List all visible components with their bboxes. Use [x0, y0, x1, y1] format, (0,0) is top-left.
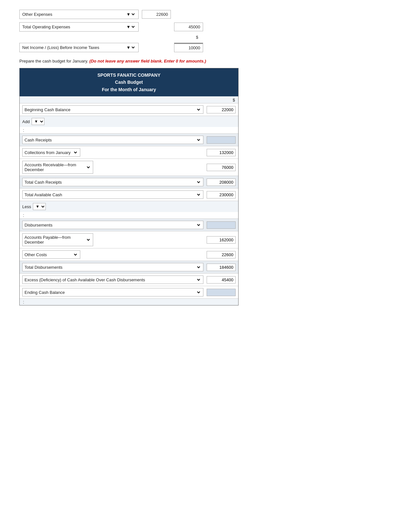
disbursements-value-cell: [203, 221, 236, 229]
ending-cash-label-box[interactable]: Ending Cash Balance ▼: [22, 288, 203, 296]
total-cash-receipts-label: Total Cash Receipts: [24, 180, 62, 185]
disbursements-label: Disbursements: [24, 223, 53, 227]
total-operating-value[interactable]: 45000: [174, 23, 203, 31]
add-dropdown[interactable]: ▼: [32, 118, 44, 125]
total-operating-label-box[interactable]: Total Operating Expenses ▼: [19, 22, 139, 32]
other-costs-dropdown[interactable]: ▼: [73, 252, 78, 257]
total-available-label-cell: Total Available Cash ▼: [22, 190, 203, 199]
total-available-dropdown[interactable]: ▼: [197, 192, 201, 197]
other-expenses-row: Other Expenses ▼ 22600: [19, 10, 392, 19]
total-cash-receipts-dropdown[interactable]: ▼: [197, 179, 201, 185]
total-disbursements-label-box[interactable]: Total Disbursements ▼: [22, 263, 203, 271]
excess-deficiency-dropdown[interactable]: ▼: [197, 277, 201, 282]
other-expenses-label-box[interactable]: Other Expenses ▼: [19, 10, 139, 19]
total-available-label-box[interactable]: Total Available Cash ▼: [22, 190, 203, 199]
beginning-cash-dropdown[interactable]: ▼: [197, 107, 201, 112]
ap-december-input[interactable]: [207, 236, 236, 244]
excess-deficiency-label: Excess (Deficiency) of Cash Available Ov…: [24, 277, 145, 282]
collections-input[interactable]: [207, 149, 236, 156]
ap-december-label-box[interactable]: Accounts Payable—from December ▼: [22, 233, 93, 246]
disbursements-dropdown[interactable]: ▼: [197, 222, 201, 227]
excess-deficiency-label-cell: Excess (Deficiency) of Cash Available Ov…: [22, 276, 203, 284]
cash-receipts-input[interactable]: [207, 136, 236, 144]
total-operating-label: Total Operating Expenses: [22, 24, 70, 29]
less-dropdown[interactable]: ▼: [33, 203, 46, 210]
total-operating-dropdown[interactable]: ▼: [125, 24, 136, 30]
net-income-label-box[interactable]: Net Income / (Loss) Before Income Taxes …: [19, 43, 139, 52]
net-income-value[interactable]: 10000: [174, 43, 203, 52]
dollar-sign: $: [171, 35, 200, 40]
total-disbursements-label: Total Disbursements: [24, 265, 63, 270]
total-disbursements-dropdown[interactable]: ▼: [197, 265, 201, 270]
total-disbursements-input[interactable]: [207, 264, 236, 271]
disbursements-row: Disbursements ▼: [20, 218, 238, 231]
beginning-cash-label-box[interactable]: Beginning Cash Balance ▼: [22, 105, 203, 114]
cash-receipts-dropdown[interactable]: ▼: [197, 137, 201, 142]
title-line1: SPORTS FANATIC COMPANY: [23, 72, 235, 79]
add-label-row: Add ▼: [20, 116, 238, 127]
disbursements-label-cell: Disbursements ▼: [22, 221, 203, 229]
excess-deficiency-label-box[interactable]: Excess (Deficiency) of Cash Available Ov…: [22, 276, 203, 284]
ar-december-label-cell: Accounts Receivable—from December ▼: [22, 161, 203, 174]
total-disbursements-value-cell: [203, 264, 236, 271]
colon-row-1: :: [20, 127, 238, 133]
ar-december-row: Accounts Receivable—from December ▼: [20, 159, 238, 176]
other-expenses-value[interactable]: 22600: [142, 10, 171, 19]
other-costs-label: Other Costs: [24, 252, 47, 257]
colon-row-3: :: [20, 298, 238, 305]
dollar-column-header: $: [20, 96, 238, 103]
add-sub-label: Add ▼: [22, 118, 44, 125]
ending-cash-row: Ending Cash Balance ▼: [20, 286, 238, 298]
collections-label-box[interactable]: Collections from January ▼: [22, 148, 80, 157]
total-cash-receipts-label-cell: Total Cash Receipts ▼: [22, 178, 203, 186]
add-text: Add: [22, 119, 30, 124]
cash-budget-header: SPORTS FANATIC COMPANY Cash Budget For t…: [20, 68, 238, 96]
other-costs-value-cell: [203, 251, 236, 258]
ar-december-label-box[interactable]: Accounts Receivable—from December ▼: [22, 161, 93, 174]
collections-value-cell: [203, 149, 236, 156]
beginning-cash-label: Beginning Cash Balance: [24, 107, 70, 112]
other-costs-label-box[interactable]: Other Costs ▼: [22, 250, 80, 259]
cash-receipts-label-box[interactable]: Cash Receipts ▼: [22, 136, 203, 144]
top-section: Other Expenses ▼ 22600 Total Operating E…: [19, 10, 392, 52]
ending-cash-input[interactable]: [207, 289, 236, 296]
beginning-cash-label-cell: Beginning Cash Balance ▼: [22, 105, 203, 114]
total-operating-row: Total Operating Expenses ▼ 45000: [19, 22, 392, 32]
total-available-input[interactable]: [207, 191, 236, 198]
instruction-text: Prepare the cash budget for January. (Do…: [19, 59, 392, 63]
cash-receipts-row: Cash Receipts ▼: [20, 133, 238, 146]
collections-label: Collections from January: [24, 150, 71, 155]
excess-deficiency-input[interactable]: [207, 276, 236, 284]
collections-dropdown[interactable]: ▼: [73, 150, 78, 155]
other-costs-input[interactable]: [207, 251, 236, 258]
other-expenses-dropdown[interactable]: ▼: [125, 12, 136, 17]
ar-december-label: Accounts Receivable—from December: [24, 162, 86, 172]
ar-december-input[interactable]: [207, 164, 236, 171]
dollar-row: $: [19, 35, 392, 40]
ending-cash-dropdown[interactable]: ▼: [197, 290, 201, 295]
ending-cash-value-cell: [203, 289, 236, 296]
net-income-row: Net Income / (Loss) Before Income Taxes …: [19, 43, 392, 52]
total-cash-receipts-label-box[interactable]: Total Cash Receipts ▼: [22, 178, 203, 186]
cash-receipts-label: Cash Receipts: [24, 138, 52, 142]
net-income-label: Net Income / (Loss) Before Income Taxes: [22, 45, 99, 50]
disbursements-label-box[interactable]: Disbursements ▼: [22, 221, 203, 229]
disbursements-input[interactable]: [207, 221, 236, 229]
ap-december-label: Accounts Payable—from December: [24, 235, 86, 245]
beginning-cash-value-cell: [203, 106, 236, 113]
beginning-cash-row: Beginning Cash Balance ▼: [20, 103, 238, 116]
title-line3: For the Month of January: [23, 86, 235, 93]
total-cash-receipts-input[interactable]: [207, 179, 236, 186]
beginning-cash-input[interactable]: [207, 106, 236, 113]
collections-row: Collections from January ▼: [20, 146, 238, 159]
ap-december-value-cell: [203, 236, 236, 244]
total-available-label: Total Available Cash: [24, 192, 62, 197]
title-line2: Cash Budget: [23, 79, 235, 86]
total-disbursements-label-cell: Total Disbursements ▼: [22, 263, 203, 271]
ap-december-dropdown[interactable]: ▼: [86, 237, 91, 242]
ar-december-dropdown[interactable]: ▼: [86, 165, 91, 170]
net-income-dropdown[interactable]: ▼: [125, 45, 136, 50]
less-text: Less: [22, 204, 31, 209]
colon-row-2: :: [20, 212, 238, 218]
other-expenses-label: Other Expenses: [22, 12, 52, 17]
